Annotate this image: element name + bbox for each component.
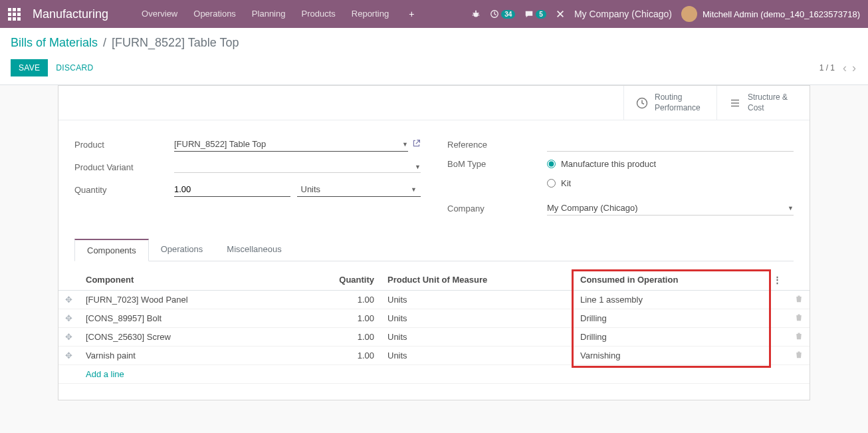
- company-label: Company: [447, 204, 547, 214]
- reference-label: Reference: [447, 140, 547, 150]
- nav-planning[interactable]: Planning: [245, 5, 292, 23]
- form-sheet: Routing Performance Structure & Cost Pro…: [58, 85, 810, 400]
- components-table: Component Quantity Product Unit of Measu…: [58, 269, 810, 384]
- drag-handle-icon[interactable]: ✥: [58, 309, 79, 328]
- cell-quantity[interactable]: 1.00: [321, 347, 381, 365]
- nav-operations[interactable]: Operations: [187, 5, 243, 23]
- tab-miscellaneous[interactable]: Miscellaneous: [215, 239, 293, 261]
- structure-cost-button[interactable]: Structure & Cost: [716, 86, 810, 120]
- tab-operations[interactable]: Operations: [149, 239, 215, 261]
- company-select[interactable]: My Company (Chicago) ▼: [547, 201, 794, 216]
- cell-component[interactable]: Varnish paint: [79, 347, 321, 365]
- drag-handle-icon[interactable]: ✥: [58, 328, 79, 347]
- user-menu[interactable]: Mitchell Admin (demo_140_1623573718): [681, 6, 860, 22]
- th-quantity: Quantity: [321, 269, 381, 291]
- breadcrumb-parent[interactable]: Bills of Materials: [11, 36, 98, 50]
- chevron-down-icon: ▼: [402, 141, 408, 148]
- th-consumed: Consumed in Operation: [574, 269, 766, 291]
- cell-consumed[interactable]: Drilling: [574, 309, 766, 328]
- navbar: Manufacturing Overview Operations Planni…: [0, 0, 868, 28]
- pager-prev-icon[interactable]: ‹: [841, 61, 848, 75]
- cell-quantity[interactable]: 1.00: [321, 309, 381, 328]
- bom-type-manufacture-radio[interactable]: [547, 160, 556, 168]
- cell-component[interactable]: [FURN_7023] Wood Panel: [79, 291, 321, 309]
- chevron-down-icon: ▼: [415, 164, 421, 170]
- form-right-col: Reference BoM Type Manufacture this prod…: [447, 136, 794, 223]
- svg-point-0: [474, 12, 479, 17]
- drag-handle-icon[interactable]: ✥: [58, 291, 79, 309]
- cell-consumed[interactable]: Line 1 assembly: [574, 291, 766, 309]
- apps-icon[interactable]: [8, 8, 21, 21]
- breadcrumb-sep: /: [103, 36, 106, 50]
- save-button[interactable]: SAVE: [11, 59, 48, 76]
- bug-icon[interactable]: [471, 9, 481, 19]
- cell-uom[interactable]: Units: [381, 328, 574, 347]
- bom-type-kit-label: Kit: [561, 178, 571, 188]
- discuss-badge: 5: [536, 10, 546, 19]
- pager: 1 / 1 ‹ ›: [819, 61, 857, 75]
- breadcrumb: Bills of Materials / [FURN_8522] Table T…: [11, 36, 857, 50]
- variant-input[interactable]: ▼: [174, 162, 421, 173]
- bom-type-kit-radio[interactable]: [547, 179, 556, 188]
- discuss-icon[interactable]: 5: [524, 9, 546, 19]
- th-uom: Product Unit of Measure: [381, 269, 574, 291]
- components-table-wrap: Component Quantity Product Unit of Measu…: [58, 269, 810, 400]
- table-row[interactable]: ✥Varnish paint1.00UnitsVarnishing: [58, 347, 810, 365]
- button-box: Routing Performance Structure & Cost: [58, 86, 810, 120]
- discard-button[interactable]: DISCARD: [48, 59, 101, 76]
- company-switcher[interactable]: My Company (Chicago): [574, 9, 672, 19]
- th-options-icon[interactable]: ⋮: [766, 269, 788, 291]
- cell-quantity[interactable]: 1.00: [321, 291, 381, 309]
- nav-right: 34 5 My Company (Chicago) Mitchell Admin…: [471, 6, 860, 22]
- routing-performance-label: Routing Performance: [655, 92, 701, 113]
- th-component: Component: [79, 269, 321, 291]
- nav-overview[interactable]: Overview: [135, 5, 184, 23]
- tools-icon[interactable]: [556, 9, 565, 19]
- delete-row-icon[interactable]: [788, 309, 810, 328]
- drag-handle-icon[interactable]: ✥: [58, 347, 79, 365]
- bom-type-manufacture-label: Manufacture this product: [561, 159, 656, 169]
- product-input[interactable]: [FURN_8522] Table Top ▼: [174, 137, 408, 152]
- cell-component[interactable]: [CONS_89957] Bolt: [79, 309, 321, 328]
- table-row[interactable]: ✥[CONS_25630] Screw1.00UnitsDrilling: [58, 328, 810, 347]
- activity-icon[interactable]: 34: [490, 9, 515, 19]
- cell-uom[interactable]: Units: [381, 291, 574, 309]
- tabs: Components Operations Miscellaneous: [74, 239, 794, 261]
- quantity-uom-select[interactable]: Units ▼: [297, 182, 421, 197]
- svg-rect-1: [475, 11, 477, 13]
- cell-component[interactable]: [CONS_25630] Screw: [79, 328, 321, 347]
- app-brand[interactable]: Manufacturing: [33, 7, 108, 21]
- nav-new-icon[interactable]: +: [402, 5, 421, 23]
- cell-quantity[interactable]: 1.00: [321, 328, 381, 347]
- nav-reporting[interactable]: Reporting: [345, 5, 395, 23]
- nav-products[interactable]: Products: [294, 5, 342, 23]
- add-line-link[interactable]: Add a line: [86, 369, 124, 379]
- structure-cost-label: Structure & Cost: [748, 92, 788, 113]
- svg-line-2: [473, 13, 475, 14]
- table-row[interactable]: ✥[CONS_89957] Bolt1.00UnitsDrilling: [58, 309, 810, 328]
- cell-uom[interactable]: Units: [381, 309, 574, 328]
- cell-consumed[interactable]: Varnishing: [574, 347, 766, 365]
- tab-components[interactable]: Components: [74, 239, 149, 261]
- routing-performance-button[interactable]: Routing Performance: [623, 86, 716, 120]
- form-left-col: Product [FURN_8522] Table Top ▼ Product …: [74, 136, 421, 223]
- svg-line-3: [478, 13, 479, 14]
- external-link-icon[interactable]: [412, 139, 421, 150]
- list-icon: [729, 97, 741, 109]
- cell-uom[interactable]: Units: [381, 347, 574, 365]
- breadcrumb-current: [FURN_8522] Table Top: [112, 36, 239, 50]
- delete-row-icon[interactable]: [788, 347, 810, 365]
- nav-links: Overview Operations Planning Products Re…: [135, 5, 421, 23]
- product-label: Product: [74, 140, 174, 150]
- table-row[interactable]: ✥[FURN_7023] Wood Panel1.00UnitsLine 1 a…: [58, 291, 810, 309]
- quantity-input[interactable]: [174, 182, 290, 197]
- reference-input[interactable]: [547, 137, 794, 152]
- activity-badge: 34: [501, 10, 515, 19]
- cell-consumed[interactable]: Drilling: [574, 328, 766, 347]
- pager-next-icon[interactable]: ›: [851, 61, 857, 75]
- control-panel: Bills of Materials / [FURN_8522] Table T…: [0, 28, 868, 85]
- chevron-down-icon: ▼: [411, 186, 417, 193]
- delete-row-icon[interactable]: [788, 291, 810, 309]
- pager-position: 1 / 1: [819, 63, 835, 72]
- delete-row-icon[interactable]: [788, 328, 810, 347]
